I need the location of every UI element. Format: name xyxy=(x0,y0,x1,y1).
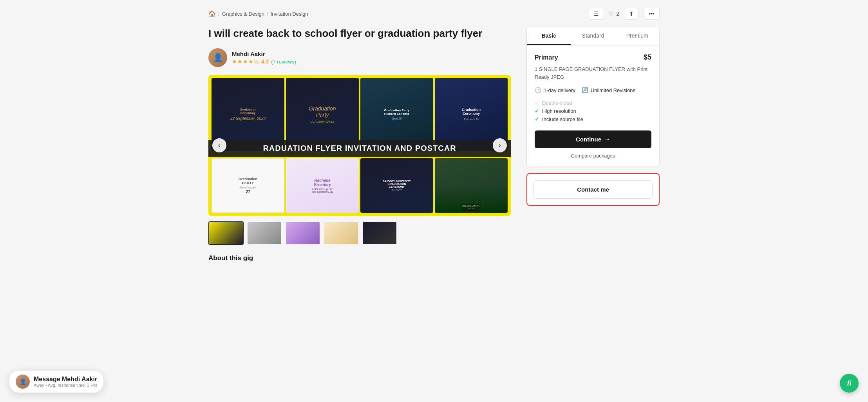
carousel-card-8: GRADUATIONParty xyxy=(435,158,508,213)
rating-score: 4.3 xyxy=(261,58,269,65)
feature-label-1: Double-sided xyxy=(542,100,572,106)
seller-info: Mehdi Aakir ★★★★½ 4.3 (7 reviews) xyxy=(232,51,296,65)
carousel-card-6: RachelleBroadery Let's Join Up ForThe Gr… xyxy=(286,158,359,213)
star-icons: ★★★★½ xyxy=(232,58,259,65)
breadcrumb-category[interactable]: Graphics & Design xyxy=(222,11,264,17)
message-seller-name: Message Mehdi Aakir xyxy=(34,376,97,383)
dash-icon: ✓ xyxy=(535,100,539,106)
rating-count[interactable]: (7 reviews) xyxy=(271,59,296,65)
package-body: Primary $5 1 SINGLE PAGE GRADUATION FLYE… xyxy=(527,45,659,167)
breadcrumb-subcategory[interactable]: Invitation Design xyxy=(271,11,308,17)
carousel-next-button[interactable]: › xyxy=(493,138,507,152)
main-layout: I will create back to school flyer or gr… xyxy=(208,27,660,265)
heart-icon: ♡ xyxy=(609,11,614,17)
carousel-prev-button[interactable]: ‹ xyxy=(212,138,226,152)
menu-button[interactable]: ☰ xyxy=(589,8,604,20)
thumbnail-4[interactable] xyxy=(324,221,359,245)
carousel-banner: RADUATION FLYER INVITATION AND POSTCAR xyxy=(208,140,511,157)
more-icon: ••• xyxy=(649,11,655,17)
home-icon[interactable]: 🏠 xyxy=(208,10,216,17)
clock-icon: 🕐 xyxy=(535,87,541,93)
package-tabs: Basic Standard Premium xyxy=(527,27,659,45)
carousel-main: GraduationCeremony 22 September, 2023 Gr… xyxy=(208,75,511,216)
thumbnail-3[interactable] xyxy=(285,221,320,245)
menu-icon: ☰ xyxy=(594,11,599,17)
share-icon: ⬆ xyxy=(629,11,634,17)
gig-title: I will create back to school flyer or gr… xyxy=(208,27,511,40)
carousel-card-7: FAJOGT UNIVERSITYGRADUATIONCEREMONY 1st … xyxy=(360,158,433,213)
breadcrumb: 🏠 / Graphics & Design / Invitation Desig… xyxy=(208,10,308,17)
check-icon-3: ✓ xyxy=(535,116,539,122)
thumbnail-1[interactable] xyxy=(208,221,244,245)
breadcrumb-sep2: / xyxy=(267,11,268,17)
arrow-icon: → xyxy=(604,136,610,143)
like-button[interactable]: ♡ 2 xyxy=(609,11,619,17)
package-name: Primary xyxy=(535,54,558,61)
tab-basic[interactable]: Basic xyxy=(527,27,571,45)
fiverr-fab[interactable]: fi xyxy=(840,374,859,393)
avatar[interactable]: 👤 xyxy=(208,48,227,67)
message-bubble[interactable]: 👤 Message Mehdi Aakir Away • Avg. respon… xyxy=(9,371,103,393)
revisions-meta: 🔄 Unlimited Revisions xyxy=(582,87,635,93)
breadcrumb-sep1: / xyxy=(218,11,220,17)
thumbnail-5[interactable] xyxy=(362,221,397,245)
delivery-label: 1-day delivery xyxy=(544,87,575,93)
rating-row: ★★★★½ 4.3 (7 reviews) xyxy=(232,58,296,65)
contact-me-button[interactable]: Contact me xyxy=(533,180,653,199)
carousel-wrapper: GraduationCeremony 22 September, 2023 Gr… xyxy=(208,75,511,216)
carousel-bottom-grid: GraduationPARTY Elena Valsam 27 Rachelle… xyxy=(208,157,511,216)
feature-double-sided: ✓ Double-sided xyxy=(535,99,651,107)
check-icon-2: ✓ xyxy=(535,108,539,114)
thumbnail-2[interactable] xyxy=(247,221,282,245)
like-count: 2 xyxy=(616,11,619,17)
package-price: $5 xyxy=(644,53,651,62)
delivery-meta: 🕐 1-day delivery xyxy=(535,87,575,93)
revisions-label: Unlimited Revisions xyxy=(591,87,635,93)
right-column: Basic Standard Premium Primary $5 1 SING… xyxy=(526,27,660,206)
package-description: 1 SINGLE PAGE GRADUATION FLYER with Prin… xyxy=(535,65,651,81)
left-column: I will create back to school flyer or gr… xyxy=(208,27,511,265)
top-actions: ☰ ♡ 2 ⬆ ••• xyxy=(589,8,660,20)
message-text: Message Mehdi Aakir Away • Avg. response… xyxy=(34,376,97,388)
package-header: Primary $5 xyxy=(535,53,651,62)
top-bar: 🏠 / Graphics & Design / Invitation Desig… xyxy=(208,8,660,20)
package-card: Basic Standard Premium Primary $5 1 SING… xyxy=(526,27,660,167)
feature-label-3: Include source file xyxy=(542,116,583,122)
compare-packages-link[interactable]: Compare packages xyxy=(535,153,651,159)
refresh-icon: 🔄 xyxy=(582,87,588,93)
continue-label: Continue xyxy=(576,136,601,143)
tab-standard[interactable]: Standard xyxy=(571,27,615,45)
carousel-card-5: GraduationPARTY Elena Valsam 27 xyxy=(212,158,284,213)
feature-source-file: ✓ Include source file xyxy=(535,115,651,123)
fiverr-fab-label: fi xyxy=(847,379,852,388)
package-features: ✓ Double-sided ✓ High resolution ✓ Inclu… xyxy=(535,99,651,123)
feature-label-2: High resolution xyxy=(542,108,576,114)
message-avatar: 👤 xyxy=(16,375,30,389)
about-gig-title: About this gig xyxy=(208,254,511,262)
seller-name: Mehdi Aakir xyxy=(232,51,296,57)
thumbnails xyxy=(208,221,511,245)
share-button[interactable]: ⬆ xyxy=(624,8,639,20)
tab-premium[interactable]: Premium xyxy=(615,27,659,45)
package-meta: 🕐 1-day delivery 🔄 Unlimited Revisions xyxy=(535,87,651,93)
more-button[interactable]: ••• xyxy=(644,8,660,20)
contact-card: Contact me xyxy=(526,173,660,206)
seller-row: 👤 Mehdi Aakir ★★★★½ 4.3 (7 reviews) xyxy=(208,48,511,67)
feature-high-resolution: ✓ High resolution xyxy=(535,107,651,115)
message-status: Away • Avg. response time: 3 Hrs xyxy=(34,383,97,388)
continue-button[interactable]: Continue → xyxy=(535,130,651,148)
